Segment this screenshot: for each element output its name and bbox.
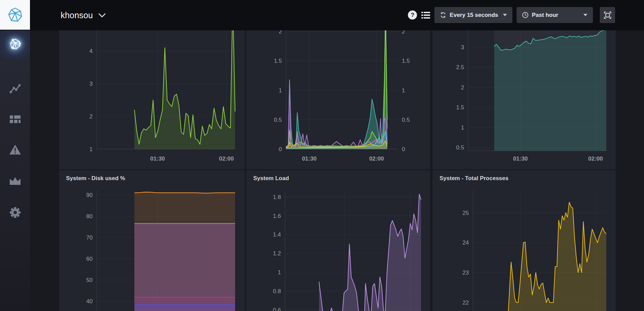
svg-text:0.5: 0.5 xyxy=(274,117,282,123)
svg-text:01:30: 01:30 xyxy=(302,156,316,162)
svg-text:60: 60 xyxy=(86,256,93,262)
svg-text:0.8: 0.8 xyxy=(273,288,281,294)
sidebar-nav xyxy=(0,30,30,311)
svg-text:50: 50 xyxy=(86,277,93,283)
sidebar-item-alerts[interactable] xyxy=(0,135,30,164)
refresh-icon xyxy=(440,12,446,18)
svg-text:0: 0 xyxy=(279,146,282,152)
top-nav-bar: khonsou ? E xyxy=(0,0,644,30)
svg-text:1: 1 xyxy=(402,87,405,94)
sidebar-item-dashboards[interactable] xyxy=(0,105,30,134)
panel-title[interactable]: System - Total Processes xyxy=(440,175,509,182)
sidebar-item-metrics[interactable] xyxy=(0,75,30,104)
panel-top-left: 432101:3002:00 xyxy=(59,30,245,169)
refresh-interval-dropdown[interactable]: Every 15 seconds xyxy=(434,7,512,23)
svg-text:0.5: 0.5 xyxy=(402,117,410,123)
svg-text:1.5: 1.5 xyxy=(402,58,410,64)
svg-text:01:30: 01:30 xyxy=(150,156,165,162)
alert-triangle-icon xyxy=(9,144,21,155)
caret-down-icon xyxy=(503,14,507,16)
panel-system-disk-used: System - Disk used % 908070605040 xyxy=(59,170,245,311)
gear-icon xyxy=(9,206,21,219)
svg-text:2: 2 xyxy=(279,30,282,35)
svg-text:2: 2 xyxy=(90,113,93,120)
svg-text:4: 4 xyxy=(90,48,93,54)
svg-text:2: 2 xyxy=(461,84,464,91)
help-button[interactable]: ? xyxy=(408,10,417,20)
dashboard-grid: 432101:3002:00 21.510.5021.510.5001:3002… xyxy=(30,30,644,311)
svg-text:3: 3 xyxy=(90,81,93,87)
svg-text:22: 22 xyxy=(462,300,469,306)
sidebar-item-watcher[interactable] xyxy=(0,166,30,195)
refresh-interval-label: Every 15 seconds xyxy=(450,12,498,19)
network-polyhedron-icon xyxy=(9,38,22,51)
panel-list-button[interactable] xyxy=(421,11,430,19)
svg-text:1.4: 1.4 xyxy=(273,231,281,238)
fullscreen-icon xyxy=(604,11,611,19)
chart-top-right[interactable]: 3.532.521.510.501:3002:00 xyxy=(432,30,616,169)
svg-text:1.6: 1.6 xyxy=(273,213,281,219)
svg-text:1.5: 1.5 xyxy=(456,104,464,111)
svg-text:25: 25 xyxy=(462,210,469,216)
svg-text:3: 3 xyxy=(461,44,464,51)
svg-text:23: 23 xyxy=(462,270,469,276)
panel-top-right: 3.532.521.510.501:3002:00 xyxy=(432,30,616,169)
chart-top-left[interactable]: 432101:3002:00 xyxy=(59,30,245,169)
time-range-label: Past hour xyxy=(532,12,558,19)
sidebar-item-app-network[interactable] xyxy=(0,30,30,59)
fullscreen-button[interactable] xyxy=(600,7,615,23)
dashboard-grid-icon xyxy=(9,115,21,124)
chart-system-disk-used[interactable]: 908070605040 xyxy=(59,170,245,311)
panel-system-total-processes: System - Total Processes 25242322 xyxy=(432,170,616,311)
svg-text:2: 2 xyxy=(402,30,405,35)
svg-text:02:00: 02:00 xyxy=(369,156,384,162)
dashboard-title[interactable]: khonsou xyxy=(61,10,93,20)
svg-text:24: 24 xyxy=(462,239,469,246)
svg-text:1: 1 xyxy=(278,269,281,276)
app-logo[interactable] xyxy=(0,0,30,30)
sidebar-item-settings[interactable] xyxy=(0,198,30,227)
svg-text:01:30: 01:30 xyxy=(513,156,527,162)
list-icon xyxy=(421,11,430,19)
crown-icon xyxy=(9,176,21,185)
svg-text:0: 0 xyxy=(402,146,405,152)
clock-icon xyxy=(522,12,528,18)
svg-text:1.8: 1.8 xyxy=(273,194,281,200)
panel-title[interactable]: System - Disk used % xyxy=(66,175,125,182)
svg-text:1: 1 xyxy=(90,146,93,152)
chart-system-load[interactable]: 1.81.61.41.210.80.6 xyxy=(246,170,430,311)
svg-text:1: 1 xyxy=(279,87,282,94)
svg-text:1.5: 1.5 xyxy=(274,58,282,64)
caret-down-icon xyxy=(583,14,587,16)
svg-text:1: 1 xyxy=(461,124,464,131)
line-chart-icon xyxy=(9,84,21,94)
panel-top-middle: 21.510.5021.510.5001:3002:00 xyxy=(246,30,430,169)
svg-text:70: 70 xyxy=(86,234,93,241)
svg-text:0.6: 0.6 xyxy=(273,307,281,311)
svg-text:40: 40 xyxy=(86,298,93,305)
svg-text:02:00: 02:00 xyxy=(588,156,603,162)
svg-text:02:00: 02:00 xyxy=(219,156,233,162)
polyhedron-logo-icon xyxy=(7,7,23,23)
chart-top-middle[interactable]: 21.510.5021.510.5001:3002:00 xyxy=(246,30,430,169)
chevron-down-icon[interactable] xyxy=(98,13,106,18)
chart-system-total-processes[interactable]: 25242322 xyxy=(432,170,616,311)
svg-text:90: 90 xyxy=(86,192,93,198)
panel-system-load: System Load 1.81.61.41.210.80.6 xyxy=(246,170,430,311)
time-range-dropdown[interactable]: Past hour xyxy=(517,7,593,23)
panel-title[interactable]: System Load xyxy=(253,175,289,182)
svg-text:80: 80 xyxy=(86,213,93,220)
svg-text:1.2: 1.2 xyxy=(273,250,281,257)
svg-text:0.5: 0.5 xyxy=(456,144,464,151)
svg-text:2.5: 2.5 xyxy=(456,64,464,70)
